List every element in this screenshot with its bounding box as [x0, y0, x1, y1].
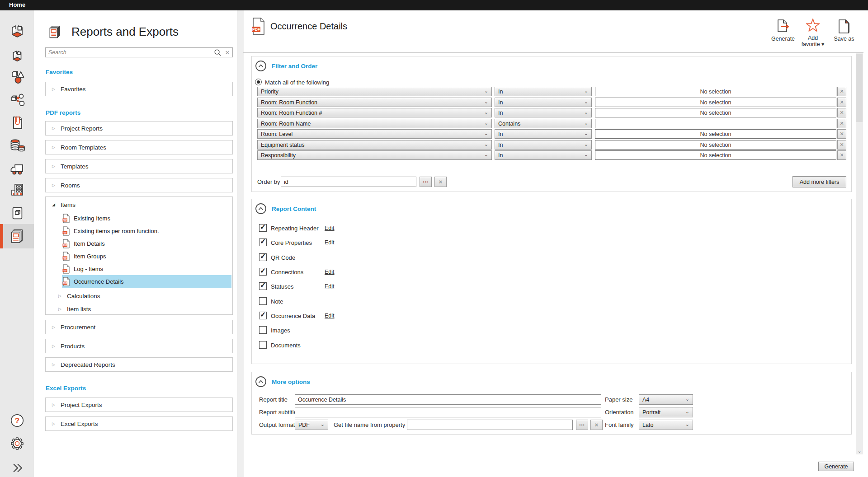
add-favorite-button[interactable]: Addfavorite ▾ — [798, 18, 827, 51]
remove-filter-button[interactable]: ✕ — [837, 87, 846, 96]
rail-item-reports[interactable] — [0, 224, 34, 248]
expander-icon[interactable]: ▷ — [52, 362, 57, 367]
main-scrollbar[interactable]: ⌄ — [856, 53, 863, 454]
checkbox[interactable] — [259, 312, 267, 319]
tree-group-products[interactable]: ▷Products — [45, 339, 233, 353]
rail-item-logistics[interactable] — [0, 158, 34, 180]
filter-field-select[interactable]: Room: Room Name⌄ — [257, 119, 492, 128]
orientation-select[interactable]: Portrait⌄ — [639, 407, 693, 417]
tree-group-items-header[interactable]: ◢Items — [46, 199, 232, 210]
tree-group-project-reports[interactable]: ▷Project Reports — [45, 121, 233, 136]
remove-filter-button[interactable]: ✕ — [837, 140, 846, 150]
filter-field-select[interactable]: Room: Room Function⌄ — [257, 98, 492, 107]
rail-item-help[interactable]: ? — [0, 411, 34, 430]
report-title-input[interactable] — [295, 394, 601, 405]
filter-value-field[interactable]: No selection — [595, 87, 836, 96]
checkbox[interactable] — [259, 238, 267, 246]
match-all-radio[interactable] — [255, 79, 262, 85]
filter-value-field[interactable]: No selection — [595, 129, 836, 139]
filter-operator-select[interactable]: In⌄ — [495, 108, 592, 117]
filter-operator-select[interactable]: In⌄ — [495, 140, 592, 150]
report-item[interactable]: PDF Existing items per room function. — [62, 224, 231, 237]
checkbox[interactable] — [259, 253, 267, 261]
edit-link[interactable]: Edit — [325, 269, 335, 275]
generate-toolbar-button[interactable]: Generate — [769, 18, 797, 51]
rail-item-systems[interactable] — [0, 89, 34, 112]
tree-group-excel-exports[interactable]: ▷Excel Exports — [45, 416, 233, 431]
order-by-input[interactable] — [281, 177, 416, 187]
edit-link[interactable]: Edit — [325, 225, 335, 231]
rail-item-spaces[interactable] — [0, 20, 34, 43]
tree-group-procurement[interactable]: ▷Procurement — [45, 320, 233, 334]
generate-bottom-button[interactable]: Generate — [818, 462, 854, 471]
add-more-filters-button[interactable]: Add more filters — [793, 176, 846, 187]
clear-order-by-button[interactable]: ✕ — [434, 177, 447, 187]
paper-size-select[interactable]: A4⌄ — [639, 394, 693, 405]
collapse-section-button[interactable] — [255, 376, 267, 388]
rail-item-expand[interactable] — [0, 458, 34, 477]
tree-subgroup-item-lists[interactable]: ▷Item lists — [46, 304, 232, 314]
scroll-down-arrow[interactable]: ⌄ — [856, 448, 863, 454]
checkbox[interactable] — [259, 326, 267, 334]
rail-item-data[interactable] — [0, 134, 34, 157]
remove-filter-button[interactable]: ✕ — [837, 119, 846, 128]
tree-group-favorites[interactable]: ▷Favorites — [45, 82, 233, 96]
tree-group-room-templates[interactable]: ▷Room Templates — [45, 140, 233, 154]
expander-icon[interactable]: ▷ — [52, 402, 57, 407]
checkbox[interactable] — [259, 341, 267, 349]
checkbox[interactable] — [259, 282, 267, 290]
tree-subgroup-calculations[interactable]: ▷Calculations — [46, 290, 232, 301]
filter-operator-select[interactable]: In⌄ — [495, 150, 592, 160]
filter-field-select[interactable]: Room: Room Function #⌄ — [257, 108, 492, 117]
filter-field-select[interactable]: Equipment status⌄ — [257, 140, 492, 150]
tree-group-project-exports[interactable]: ▷Project Exports — [45, 398, 233, 412]
clear-file-name-button[interactable]: ✕ — [590, 420, 603, 430]
filter-operator-select[interactable]: In⌄ — [495, 129, 592, 139]
font-family-select[interactable]: Lato⌄ — [639, 420, 693, 430]
filter-value-field[interactable]: No selection — [595, 140, 836, 150]
expander-icon[interactable]: ▷ — [52, 126, 57, 131]
home-menu[interactable]: Home — [9, 1, 25, 8]
rail-item-rooms[interactable] — [0, 45, 34, 67]
report-subtitle-input[interactable] — [295, 407, 601, 417]
search-icon[interactable] — [212, 49, 222, 56]
expander-icon[interactable]: ▷ — [58, 307, 64, 311]
rail-item-company[interactable] — [0, 178, 34, 201]
expander-icon[interactable]: ▷ — [52, 325, 57, 329]
filter-value-field[interactable] — [595, 119, 836, 128]
report-item[interactable]: PDF Item Details — [62, 237, 231, 250]
expander-icon[interactable]: ▷ — [52, 164, 57, 168]
checkbox[interactable] — [259, 224, 267, 232]
tree-group-deprecated-reports[interactable]: ▷Deprecated Reports — [45, 357, 233, 372]
checkbox[interactable] — [259, 297, 267, 305]
tree-group-rooms[interactable]: ▷Rooms — [45, 178, 233, 192]
expander-icon[interactable]: ◢ — [52, 202, 57, 207]
edit-link[interactable]: Edit — [325, 313, 335, 319]
remove-filter-button[interactable]: ✕ — [837, 98, 846, 107]
expander-icon[interactable]: ▷ — [52, 87, 57, 91]
expander-icon[interactable]: ▷ — [52, 421, 57, 426]
filter-value-field[interactable]: No selection — [595, 98, 836, 107]
expander-icon[interactable]: ▷ — [58, 294, 64, 298]
rail-item-settings[interactable] — [0, 434, 34, 453]
clear-search-icon[interactable]: ✕ — [222, 49, 232, 56]
order-by-browse-button[interactable]: ••• — [420, 177, 432, 187]
report-item[interactable]: PDF Item Groups — [62, 250, 231, 262]
report-item-occurrence-details[interactable]: PDF Occurrence Details — [62, 275, 231, 288]
checkbox[interactable] — [259, 268, 267, 276]
filter-field-select[interactable]: Priority⌄ — [257, 87, 492, 96]
rail-item-shapes[interactable] — [0, 66, 34, 89]
rail-item-products[interactable] — [0, 202, 34, 224]
filter-operator-select[interactable]: Contains⌄ — [495, 119, 592, 128]
search-input[interactable] — [46, 49, 212, 56]
edit-link[interactable]: Edit — [325, 239, 335, 246]
tree-group-templates[interactable]: ▷Templates — [45, 159, 233, 173]
collapse-section-button[interactable] — [255, 60, 267, 72]
expander-icon[interactable]: ▷ — [52, 183, 57, 187]
expander-icon[interactable]: ▷ — [52, 344, 57, 348]
filter-field-select[interactable]: Room: Level⌄ — [257, 129, 492, 139]
remove-filter-button[interactable]: ✕ — [837, 108, 846, 117]
report-item[interactable]: PDF Existing Items — [62, 212, 231, 224]
collapse-section-button[interactable] — [255, 203, 267, 215]
report-item[interactable]: PDF Log - Items — [62, 262, 231, 275]
